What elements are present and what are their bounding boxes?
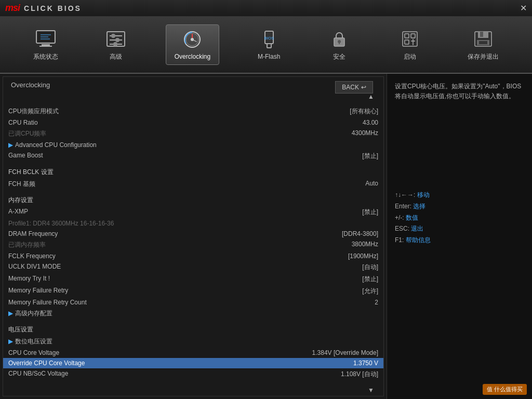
nav-item-advanced[interactable]: 高级 xyxy=(95,24,137,65)
value-mem-tuned: 3800MHz xyxy=(352,241,378,249)
section-title: Overclocking xyxy=(11,81,50,89)
shortcut-esc: ESC: 退出 xyxy=(395,223,524,235)
svg-rect-11 xyxy=(112,34,115,37)
value-game-boost: [禁止] xyxy=(362,152,378,161)
row-nb-volt[interactable]: CPU NB/SoC Voltage 1.108V [自动] xyxy=(3,368,383,380)
nav-label-system: 系统状态 xyxy=(33,52,58,61)
row-cpu-ratio-mode[interactable]: CPU倍频应用模式 [所有核心] xyxy=(3,105,383,117)
row-cpu-core-volt[interactable]: CPU Core Voltage 1.384V [Override Mode] xyxy=(3,348,383,358)
value-mem-retry: [允许] xyxy=(362,287,378,296)
shortcut-move: ↑↓←→: 移动 xyxy=(395,190,524,201)
shortcut-action-value: 数值 xyxy=(406,214,418,221)
expand-icon-mem: ▶ xyxy=(8,310,13,317)
nav-item-overclocking[interactable]: Overclocking xyxy=(166,24,219,65)
row-mem-tuned: 已调内存频率 3800MHz xyxy=(3,239,383,251)
back-button[interactable]: BACK ↩ xyxy=(335,81,373,94)
value-cpu-ratio: 43.00 xyxy=(363,119,378,126)
row-game-boost[interactable]: Game Boost [禁止] xyxy=(3,150,383,162)
svg-rect-13 xyxy=(114,43,117,46)
label-fclk: FCLK Frequency xyxy=(8,252,56,260)
label-volt-section: 电压设置 xyxy=(8,325,33,334)
row-mem-retry[interactable]: Memory Failure Retry [允许] xyxy=(3,285,383,297)
row-mem-retry-count[interactable]: Memory Failure Retry Count 2 xyxy=(3,297,383,308)
label-dram-freq: DRAM Frequency xyxy=(8,230,58,237)
shortcut-key-esc: ESC: xyxy=(395,225,409,232)
shortcut-action-esc: 退出 xyxy=(411,225,423,232)
expand-icon-cpu: ▶ xyxy=(8,141,13,149)
row-adv-mem[interactable]: ▶高级内存配置 xyxy=(3,308,383,320)
scroll-up-indicator: ▲ xyxy=(3,93,383,100)
svg-point-16 xyxy=(191,38,194,41)
row-fclk[interactable]: FCLK Frequency [1900MHz] xyxy=(3,251,383,261)
nav-label-save: 保存并退出 xyxy=(468,52,499,61)
label-mem-section: 内存设置 xyxy=(8,196,33,205)
row-mem-try[interactable]: Memory Try It ! [禁止] xyxy=(3,273,383,285)
expand-icon-volt: ▶ xyxy=(8,338,13,345)
nav-item-boot[interactable]: 启动 xyxy=(389,24,431,65)
label-advanced-cpu: Advanced CPU Configuration xyxy=(15,141,97,149)
label-mem-tuned: 已调内存频率 xyxy=(8,241,46,249)
nav-item-save[interactable]: 保存并退出 xyxy=(459,24,507,65)
value-axmp: [禁止] xyxy=(362,208,378,217)
usb-icon: BIOS xyxy=(257,29,282,50)
svg-rect-25 xyxy=(405,34,409,38)
label-profile1: Profile1: DDR4 3600MHz 16-16-16-36 xyxy=(8,220,114,227)
svg-rect-26 xyxy=(411,34,415,38)
shortcut-key-value: +/-: xyxy=(395,214,404,221)
row-dram-freq[interactable]: DRAM Frequency [DDR4-3800] xyxy=(3,229,383,239)
label-mem-retry: Memory Failure Retry xyxy=(8,287,68,296)
shortcut-key-f1: F1: xyxy=(395,236,404,244)
shortcut-action-f1: 帮助信息 xyxy=(406,236,431,244)
label-digit-volt: 数位电压设置 xyxy=(15,338,52,345)
nav-item-system[interactable]: 系统状态 xyxy=(25,24,66,65)
value-uclk: [自动] xyxy=(362,263,378,272)
spacer1 xyxy=(3,162,383,166)
nav-label-overclocking: Overclocking xyxy=(175,53,210,60)
nav-item-security[interactable]: 安全 xyxy=(318,24,360,65)
row-volt-section: 电压设置 xyxy=(3,324,383,336)
nav-item-mflash[interactable]: BIOS M-Flash xyxy=(248,25,290,64)
help-panel: 设置CPU核心电压。如果设置为"Auto"，BIOS将自动显示电压值,你也可以手… xyxy=(387,74,532,399)
nav-label-advanced: 高级 xyxy=(110,52,122,61)
svg-rect-2 xyxy=(39,46,52,47)
row-uclk[interactable]: UCLK DIV1 MODE [自动] xyxy=(3,261,383,273)
svg-rect-34 xyxy=(479,41,487,44)
click-bios-text: CLICK BIOS xyxy=(24,4,82,12)
spacer3 xyxy=(3,320,383,324)
row-cpu-freq: 已调CPU频率 4300MHz xyxy=(3,128,383,140)
label-fch-freq: FCH 基频 xyxy=(8,180,35,189)
msi-logo: msi xyxy=(5,3,20,14)
label-override-volt: Override CPU Core Voltage xyxy=(8,360,85,367)
shortcut-f1: F1: 帮助信息 xyxy=(395,235,524,246)
shortcut-enter: Enter: 选择 xyxy=(395,201,524,212)
value-mem-try: [禁止] xyxy=(362,275,378,284)
dial-icon xyxy=(180,29,205,50)
row-digit-volt[interactable]: ▶数位电压设置 xyxy=(3,336,383,348)
row-override-volt[interactable]: Override CPU Core Voltage 1.3750 V xyxy=(3,358,383,368)
row-profile1: Profile1: DDR4 3600MHz 16-16-16-36 xyxy=(3,218,383,229)
settings-panel: Overclocking BACK ↩ ▲ CPU倍频应用模式 [所有核心] C… xyxy=(3,76,384,396)
close-button[interactable]: ✕ xyxy=(520,3,527,13)
label-fch-section: FCH BCLK 设置 xyxy=(8,168,54,177)
scroll-down-indicator: ▼ xyxy=(3,387,383,396)
label-axmp: A-XMP xyxy=(8,208,28,217)
lock-icon xyxy=(327,29,352,49)
row-axmp[interactable]: A-XMP [禁止] xyxy=(3,206,383,218)
label-adv-mem: 高级内存配置 xyxy=(15,310,52,317)
row-fch-freq[interactable]: FCH 基频 Auto xyxy=(3,178,383,190)
svg-text:BIOS: BIOS xyxy=(264,36,274,41)
shortcut-key-move: ↑↓←→: xyxy=(395,191,415,198)
row-advanced-cpu[interactable]: ▶Advanced CPU Configuration xyxy=(3,140,383,150)
help-shortcuts: ↑↓←→: 移动 Enter: 选择 +/-: 数值 ESC: 退出 F1: 帮… xyxy=(395,190,524,246)
row-cpu-ratio[interactable]: CPU Ratio 43.00 xyxy=(3,117,383,128)
nav-label-boot: 启动 xyxy=(404,52,416,61)
value-override-volt: 1.3750 V xyxy=(353,360,378,367)
help-description: 设置CPU核心电压。如果设置为"Auto"，BIOS将自动显示电压值,你也可以手… xyxy=(395,82,524,101)
value-fch-freq: Auto xyxy=(365,180,378,189)
label-nb-volt: CPU NB/SoC Voltage xyxy=(8,370,68,379)
nav-label-security: 安全 xyxy=(333,52,345,61)
shortcut-value: +/-: 数值 xyxy=(395,212,524,224)
save-icon xyxy=(471,29,496,49)
watermark: 值 什么值得买 xyxy=(483,384,527,395)
shortcut-action-enter: 选择 xyxy=(413,203,425,210)
